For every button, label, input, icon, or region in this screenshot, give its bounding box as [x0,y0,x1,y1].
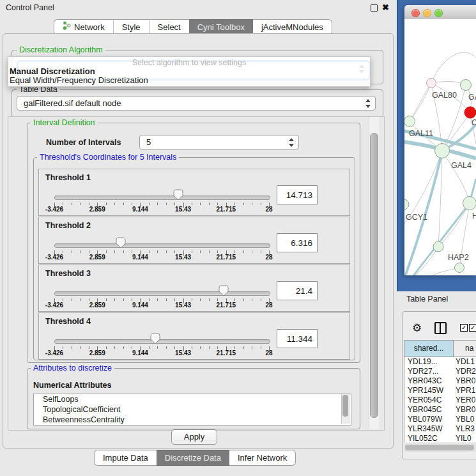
node-label: C [472,118,476,127]
tab-label: Impute Data [103,450,148,465]
attribute-item[interactable]: BetweennessCentrality [34,415,351,425]
tick-mark [80,203,81,205]
threshold-row: Threshold 3-3.4262.8599.14415.4321.71528… [38,265,350,312]
tick-mark [174,203,175,205]
column-header-name[interactable]: na [454,341,476,357]
close-light-red[interactable] [411,9,420,17]
tick-mark [261,298,261,301]
tab-label: Network [74,20,105,35]
algorithm-option[interactable]: Manual Discretization [10,66,95,76]
tick-mark [209,298,210,301]
threshold-value-field[interactable]: 14.713 [277,185,318,204]
tab-discretize-data[interactable]: Discretize Data [157,450,229,466]
threshold-slider-handle[interactable] [173,189,184,201]
cell-name: YPR1 [453,386,475,395]
attribute-item[interactable]: SelfLoops [34,394,351,404]
attributes-scrollbar-thumb[interactable] [342,395,348,417]
tab-impute-data[interactable]: Impute Data [94,450,157,466]
tick-mark [132,298,132,301]
gear-icon[interactable]: ⚙ [412,321,422,335]
network-node-pink[interactable] [427,79,436,88]
close-panel-icon[interactable]: ✖ [382,2,389,13]
tick-mark [234,298,235,301]
checkbox-icon[interactable]: ✓ [460,324,468,332]
tick-label: 9.144 [132,206,148,213]
tick-mark [252,346,252,349]
network-node-green[interactable] [435,144,450,158]
horizontal-scrollbar-thumb[interactable] [405,445,474,450]
tab-infer-network[interactable]: Infer Network [229,450,296,466]
tick-label: 15.43 [175,206,191,213]
network-node-green[interactable] [463,197,476,210]
tick-label: 9.144 [132,302,148,309]
table-row[interactable]: YDL19...YDL1 [404,357,476,367]
threshold-slider-handle[interactable] [218,285,229,297]
tick-label: -3.426 [45,254,63,261]
attribute-item[interactable]: TopologicalCoefficient [34,404,351,415]
network-node-green[interactable] [404,199,409,210]
threshold-slider-track[interactable] [54,196,270,200]
cell-shared-name: YBR043C [404,376,453,386]
tick-mark [217,250,218,253]
table-header-row: shared... na [404,340,476,357]
network-node-green[interactable] [404,116,415,127]
tick-mark [132,203,132,205]
tick-mark [252,298,252,301]
network-node-green[interactable] [433,242,443,252]
table-row[interactable]: YDR27...YDR2 [404,367,476,376]
tick-mark [80,298,81,301]
network-node-red[interactable] [464,107,476,118]
numerical-attributes-list[interactable]: SelfLoopsTopologicalCoefficientBetweenne… [33,394,351,426]
threshold-value-field[interactable]: 21.4 [277,281,318,300]
table-row[interactable]: YBR043CYBR0 [404,376,476,386]
table-panel-title: Table Panel [406,295,448,303]
minimize-light-yellow[interactable] [423,9,431,17]
table-row[interactable]: YER054CYER0 [404,395,476,405]
threshold-slider-track[interactable] [54,291,270,296]
tick-label: 2.859 [89,206,105,213]
threshold-slider-track[interactable] [54,339,270,344]
tick-mark [217,346,218,349]
tick-mark [106,203,107,205]
tick-mark [80,346,81,349]
tick-mark [200,203,201,205]
table-row[interactable]: YBL079WYBL0 [404,415,476,424]
apply-button[interactable]: Apply [171,429,217,445]
table-data-select[interactable]: galFiltered.sif default node [17,96,376,111]
table-row[interactable]: YIL052CYIL0 [404,434,476,442]
threshold-slider-handle[interactable] [150,333,161,345]
tick-mark [252,203,252,205]
table-row[interactable]: YPR145WYPR1 [404,386,476,395]
tick-mark [114,203,115,205]
network-node-green[interactable] [455,263,464,273]
tick-mark [243,346,244,349]
algorithm-option[interactable]: Equal Width/Frequency Discretization [10,75,148,85]
float-window-icon[interactable] [371,4,378,12]
cell-name: YBL0 [453,415,474,424]
tick-mark [166,298,167,301]
number-of-intervals-select[interactable]: 5 [139,135,299,150]
algorithm-placeholder-item[interactable]: Select algorithm to view settings [8,58,370,67]
tick-mark [166,203,167,205]
tick-mark [166,346,167,349]
column-header-shared-name[interactable]: shared... [404,341,454,357]
tick-label: 28 [265,349,272,357]
threshold-value-field[interactable]: 11.344 [277,329,318,348]
table-row[interactable]: YBR045CYBR0 [404,405,476,415]
threshold-slider-handle[interactable] [115,237,127,249]
network-node-green[interactable] [461,80,472,91]
tab-label: Infer Network [238,450,287,465]
network-canvas[interactable]: GAL80GACGAL11GAL4GCY1HHAP2 [404,19,476,275]
tick-label: 28 [265,206,272,213]
checkbox-icon[interactable]: ✓ [469,324,476,332]
threshold-slider-track[interactable] [54,243,270,248]
tab-label: Discretize Data [165,450,221,465]
network-window-titlebar[interactable] [404,5,476,20]
table-row[interactable]: YLR345WYLR3 [404,424,476,434]
zoom-light-green[interactable] [434,9,443,17]
tab-label: Style [122,20,141,35]
split-columns-icon[interactable] [434,322,447,334]
tick-label: 21.715 [217,206,236,213]
threshold-value-field[interactable]: 6.316 [277,233,318,252]
vertical-scrollbar-thumb[interactable] [370,133,378,418]
